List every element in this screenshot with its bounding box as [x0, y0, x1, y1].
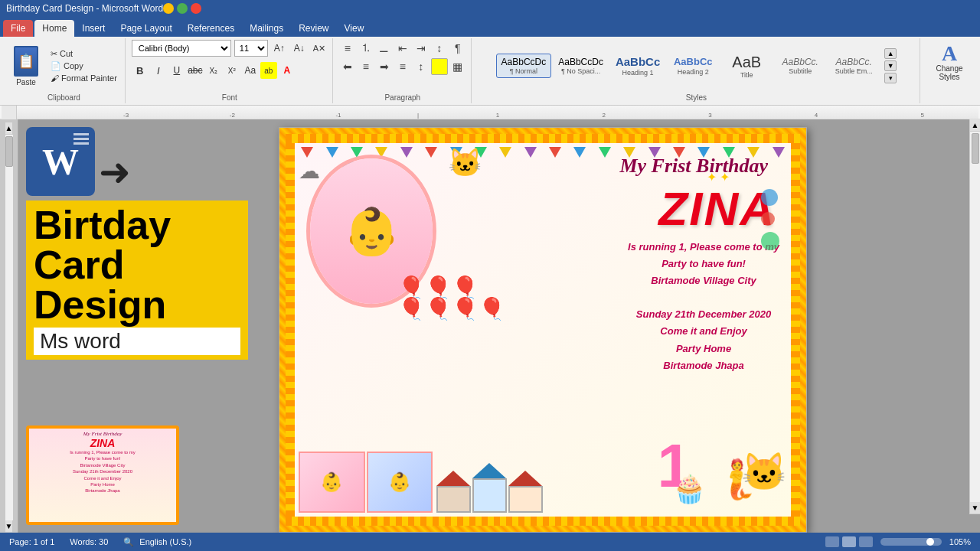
status-bar: Page: 1 of 1 Words: 30 🔍 English (U.S.) … [0, 533, 980, 551]
tab-review[interactable]: Review [291, 20, 336, 37]
paste-button[interactable]: 📋 Paste [8, 43, 44, 90]
style-normal[interactable]: AaBbCcDc ¶ Normal [496, 54, 552, 78]
vscroll-up[interactable]: ▲ [970, 119, 980, 132]
print-layout-btn[interactable] [825, 536, 839, 547]
card-line1: Is running 1, Please come to my [628, 241, 779, 253]
zoom-level: 105% [949, 537, 971, 546]
superscript-btn[interactable]: X² [224, 62, 240, 79]
bold-button[interactable]: B [132, 62, 149, 79]
style-no-spacing[interactable]: AaBbCcDc ¶ No Spaci... [553, 54, 609, 78]
text-case-btn[interactable]: Aa [242, 62, 259, 79]
clear-format-btn[interactable]: A✕ [311, 40, 328, 57]
style-title[interactable]: AaB Title [720, 50, 773, 82]
increase-indent-btn[interactable]: ⇥ [413, 40, 430, 57]
shading-btn[interactable] [431, 58, 448, 75]
ruler-marks: -3 -2 -1 | 1 2 3 4 5 [17, 106, 978, 119]
format-painter-button[interactable]: 🖌 Format Painter [47, 73, 120, 83]
ruler: -3 -2 -1 | 1 2 3 4 5 [0, 106, 980, 119]
change-styles-button[interactable]: A ChangeStyles [926, 40, 972, 84]
align-right-btn[interactable]: ➡ [376, 58, 393, 75]
subscript-btn[interactable]: X₂ [205, 62, 222, 79]
minimize-btn[interactable]: ─ [163, 3, 174, 14]
scroll-thumb [5, 136, 13, 167]
tab-references[interactable]: References [180, 20, 242, 37]
border-top [286, 134, 800, 143]
style-heading1[interactable]: AaBbCc Heading 1 [610, 52, 665, 80]
bottom-photo-1: 👶 [299, 452, 365, 513]
zoom-slider[interactable] [880, 538, 942, 546]
house-3 [508, 471, 543, 513]
italic-button[interactable]: I [150, 62, 167, 79]
font-label: Font [222, 92, 237, 102]
style-subtle-em[interactable]: AaBbCc. Subtle Em... [828, 54, 880, 78]
vscroll-thumb [972, 133, 979, 164]
ms-word-label: Ms word [34, 328, 240, 355]
styles-scroll-up[interactable]: ▲ [884, 48, 897, 59]
page-status: Page: 1 of 1 [9, 537, 54, 546]
full-screen-btn[interactable] [842, 536, 856, 547]
card-line5: Come it and Enjoy [660, 325, 746, 337]
shrink-font-btn[interactable]: A↓ [291, 40, 308, 57]
cut-button[interactable]: ✂ Cut [47, 48, 120, 60]
font-color-btn[interactable]: A [279, 62, 296, 79]
clipboard-group: 📋 Paste ✂ Cut 📄 Copy 🖌 Format Painter Cl… [3, 38, 126, 103]
card-info: Is running 1, Please come to my Party to… [628, 239, 779, 374]
overlay-text-box: Birtday Card Design Ms word [26, 201, 248, 360]
cat-character-top: 🐱 [448, 147, 482, 179]
multilevel-btn[interactable]: ⚊ [376, 40, 393, 57]
scroll-up-btn[interactable]: ▲ [5, 122, 13, 135]
styles-gallery: AaBbCcDc ¶ Normal AaBbCcDc ¶ No Spaci...… [496, 50, 880, 82]
vscroll-down[interactable]: ▼ [970, 502, 980, 514]
tab-home[interactable]: Home [34, 20, 74, 37]
strikethrough-button[interactable]: abc [187, 62, 204, 79]
right-decorations [761, 189, 779, 250]
copy-button[interactable]: 📄 Copy [47, 60, 120, 72]
left-overlay-panel: W ➜ Birtday Card Design Ms word [26, 127, 256, 360]
maximize-btn[interactable]: □ [177, 3, 188, 14]
styles-scroll-down[interactable]: ▼ [884, 60, 897, 71]
tab-page-layout[interactable]: Page Layout [113, 20, 179, 37]
thumbnail-preview: My Frist Birthday ZINA Is running 1, Ple… [26, 425, 179, 525]
font-name-select[interactable]: Calibri (Body) [132, 40, 231, 57]
para-row1: ≡ ⒈ ⚊ ⇤ ⇥ ↕ ¶ [339, 40, 466, 57]
bullets-btn[interactable]: ≡ [339, 40, 356, 57]
close-btn[interactable]: ✕ [191, 3, 201, 14]
align-left-btn[interactable]: ⬅ [339, 58, 356, 75]
underline-button[interactable]: U [168, 62, 185, 79]
numbering-btn[interactable]: ⒈ [358, 40, 374, 57]
styles-expand[interactable]: ▾ [884, 73, 897, 83]
card-line4: Sunday 21th December 2020 [636, 308, 771, 320]
birthday-card: ☁ ☁ 🐱 👶 My Frist Birthd [279, 128, 806, 532]
paragraph-label: Paragraph [384, 92, 420, 102]
tab-view[interactable]: View [337, 20, 372, 37]
overlay-title-line2: Card [34, 245, 240, 285]
thumbnail-name: ZINA [90, 437, 116, 449]
overlay-title-line3: Design [34, 285, 240, 324]
styles-label: Styles [686, 92, 707, 102]
ruler-corner [2, 106, 17, 119]
tab-insert[interactable]: Insert [74, 20, 113, 37]
thumbnail-info: Is running 1, Please come to myParty to … [70, 449, 136, 494]
card-title: My Frist Birthday [619, 155, 768, 178]
tab-mailings[interactable]: Mailings [242, 20, 291, 37]
line-spacing-btn[interactable]: ↕ [413, 58, 430, 75]
ruler-bar: -3 -2 -1 | 1 2 3 4 5 [17, 106, 978, 119]
ribbon-tabs: File Home Insert Page Layout References … [0, 17, 980, 37]
sort-btn[interactable]: ↕ [431, 40, 448, 57]
grow-font-btn[interactable]: A↑ [271, 40, 288, 57]
border-btn[interactable]: ▦ [449, 58, 466, 75]
show-hide-btn[interactable]: ¶ [449, 40, 466, 57]
highlight-btn[interactable]: ab [260, 62, 277, 79]
styles-scroll: ▲ ▼ ▾ [884, 48, 897, 83]
justify-btn[interactable]: ≡ [394, 58, 411, 75]
overlay-title-line1: Birtday [34, 205, 240, 245]
scroll-down-btn[interactable]: ▼ [5, 520, 13, 533]
baby-emoji: 👶 [343, 204, 400, 259]
tab-file[interactable]: File [3, 20, 33, 37]
web-layout-btn[interactable] [859, 536, 873, 547]
style-subtitle[interactable]: AaBbCc. Subtitle [774, 54, 826, 78]
decrease-indent-btn[interactable]: ⇤ [394, 40, 411, 57]
align-center-btn[interactable]: ≡ [358, 58, 374, 75]
style-heading2[interactable]: AaBbCc Heading 2 [667, 53, 719, 79]
font-size-select[interactable]: 11 [234, 40, 268, 57]
